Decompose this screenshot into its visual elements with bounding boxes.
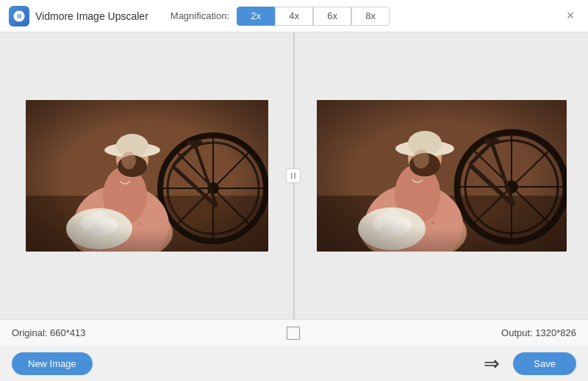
svg-rect-36 (291, 173, 293, 179)
output-size-label: Output: 1320*826 (501, 327, 576, 338)
magnification-label: Magnification: (171, 10, 229, 21)
center-checkbox[interactable] (287, 327, 300, 340)
svg-rect-72 (317, 100, 567, 252)
mag-btn-8x[interactable]: 8x (351, 7, 390, 26)
statusbar: Original: 660*413 Output: 1320*826 (0, 319, 588, 346)
save-button[interactable]: Save (513, 352, 576, 375)
divider-handle[interactable] (286, 168, 301, 183)
app-title: Vidmore Image Upscaler (35, 10, 148, 22)
main-area (0, 32, 588, 319)
mag-btn-2x[interactable]: 2x (237, 7, 275, 26)
arrow-right-icon: ⇒ (484, 352, 500, 375)
bottombar: New Image ⇒ Save (0, 346, 588, 381)
original-panel (0, 32, 295, 319)
magnification-buttons: 2x 4x 6x 8x (237, 7, 390, 26)
divider-icon (290, 172, 297, 179)
close-button[interactable]: × (563, 9, 578, 24)
app-logo (9, 6, 29, 26)
svg-rect-35 (26, 100, 268, 252)
original-image (26, 100, 268, 252)
new-image-button[interactable]: New Image (12, 352, 93, 375)
mag-btn-6x[interactable]: 6x (313, 7, 351, 26)
mag-btn-4x[interactable]: 4x (275, 7, 313, 26)
svg-rect-37 (295, 173, 296, 179)
bottom-right-actions: ⇒ Save (484, 352, 576, 375)
output-panel (295, 32, 588, 319)
original-size-label: Original: 660*413 (12, 327, 85, 338)
output-image (317, 100, 567, 252)
titlebar: Vidmore Image Upscaler Magnification: 2x… (0, 0, 588, 32)
logo-icon (12, 10, 26, 23)
